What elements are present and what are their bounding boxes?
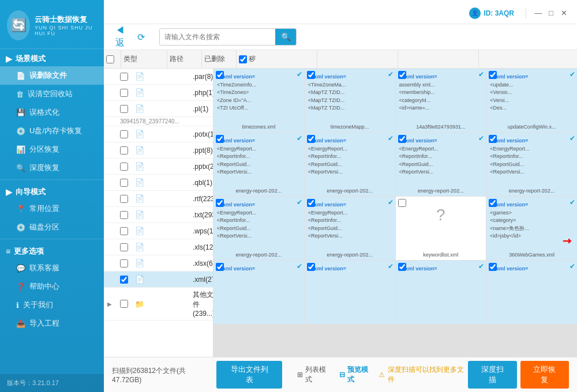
sidebar-item-format[interactable]: 💾 误格式化 xyxy=(0,103,104,122)
type-checkbox[interactable] xyxy=(120,227,128,235)
preview-cell[interactable]: ✔<?xml version=<EnergyReport...<ReportIn… xyxy=(305,133,395,196)
cell-checkbox[interactable] xyxy=(398,199,406,207)
type-item[interactable]: 📄.qbl(1) xyxy=(104,175,213,191)
type-checkbox[interactable] xyxy=(120,146,128,154)
sidebar-item-label-import: 导入工程 xyxy=(29,318,59,329)
cell-checkbox[interactable] xyxy=(307,263,315,271)
type-item[interactable]: 📄.par(8) xyxy=(104,69,213,85)
type-file-icon: 📄 xyxy=(135,227,190,235)
preview-cell[interactable]: ✔<?xml version=<games><category><name>角色… xyxy=(486,197,577,260)
refresh-button[interactable]: ⟳ xyxy=(133,29,149,45)
cell-content-line: <?xml version= xyxy=(399,73,483,81)
cell-checkbox[interactable] xyxy=(398,135,406,143)
cell-checkbox[interactable] xyxy=(489,199,497,207)
sidebar-item-support[interactable]: 💬 联系客服 xyxy=(0,259,104,277)
cell-checkbox[interactable] xyxy=(307,71,315,79)
select-all-checkbox[interactable] xyxy=(106,55,114,63)
cell-checkbox[interactable] xyxy=(307,135,315,143)
th-path-label: 路径 xyxy=(170,54,183,64)
type-item[interactable]: 📄.xlsx(61) xyxy=(104,255,213,272)
preview-cell[interactable]: ✔<?xml version=<TimeZoneInfo...<TimeZone… xyxy=(213,69,304,132)
sidebar-item-about[interactable]: ℹ 关于我们 xyxy=(0,296,104,314)
preview-cell[interactable]: ✔<?xml version=<EnergyReport...<ReportIn… xyxy=(486,133,577,196)
preview-cell[interactable]: ?keywordlist.xml xyxy=(396,197,486,260)
preview-cell[interactable]: ✔<?xml version=<EnergyReport...<ReportIn… xyxy=(213,133,304,196)
type-checkbox[interactable] xyxy=(120,259,128,267)
export-button[interactable]: 导出文件列表 xyxy=(216,361,282,389)
cell-checkbox[interactable] xyxy=(489,263,497,271)
cell-checkbox[interactable] xyxy=(398,263,406,271)
type-item[interactable]: 📄.xls(12) xyxy=(104,239,213,255)
preview-view-button[interactable]: ⊟预览模式 xyxy=(336,363,376,386)
preview-cell[interactable]: ✔<?xml version=<EnergyReport...<ReportIn… xyxy=(396,133,486,196)
recover-button[interactable]: 立即恢复 xyxy=(520,361,569,389)
type-checkbox[interactable] xyxy=(120,300,128,308)
type-item[interactable]: 📄.rtf(223) xyxy=(104,191,213,207)
sidebar-item-partition[interactable]: 📊 分区恢复 xyxy=(0,140,104,159)
sidebar-item-recycle[interactable]: 🗑 误清空回收站 xyxy=(0,85,104,103)
sidebar-item-deleted[interactable]: 📄 误删除文件 xyxy=(0,66,104,85)
cell-checkbox[interactable] xyxy=(216,199,224,207)
type-item[interactable]: 📄.ppt(8) xyxy=(104,142,213,159)
deep-scan-button[interactable]: 深度扫描 xyxy=(468,361,516,389)
type-checkbox[interactable] xyxy=(120,211,128,219)
cell-checkbox[interactable] xyxy=(216,263,224,271)
preview-cell[interactable]: ✔<?xml version= xyxy=(396,261,486,324)
minimize-button[interactable]: — xyxy=(533,8,544,18)
preview-cell[interactable]: ✔<?xml version= xyxy=(213,261,304,324)
back-button[interactable]: ◀ 返 xyxy=(112,29,128,45)
cell-checkbox[interactable] xyxy=(216,71,224,79)
type-checkbox[interactable] xyxy=(120,89,128,97)
sidebar-item-usb[interactable]: 💿 U盘/内存卡恢复 xyxy=(0,122,104,140)
sidebar-item-import[interactable]: 📥 导入工程 xyxy=(0,314,104,333)
type-checkbox[interactable] xyxy=(120,130,128,138)
type-name-label: .php(1) xyxy=(190,89,213,97)
type-checkbox[interactable] xyxy=(120,195,128,203)
sidebar-item-disk[interactable]: 💿 磁盘分区 xyxy=(0,218,104,236)
type-checkbox[interactable] xyxy=(120,243,128,251)
type-checkbox[interactable] xyxy=(120,73,128,81)
type-item[interactable]: 📄.xml(2785) xyxy=(104,272,213,288)
cell-checkbox[interactable] xyxy=(216,135,224,143)
cell-checkbox[interactable] xyxy=(307,199,315,207)
type-name-label: .qbl(1) xyxy=(190,179,213,187)
cell-filename-label: energy-report-202... xyxy=(216,250,302,258)
type-checkbox[interactable] xyxy=(120,163,128,171)
preview-cell[interactable]: ✔<?xml version= xyxy=(486,261,577,324)
type-item[interactable]: 📄.php(1) xyxy=(104,85,213,101)
preview-cell[interactable]: ✔<?xml version=<TimeZoneMa...<MapTZ TZID… xyxy=(305,69,395,132)
preview-cell[interactable]: ✔<?xml version=assembly xml...<membershi… xyxy=(396,69,486,132)
col5-checkbox[interactable] xyxy=(239,55,247,63)
cell-content-line: <ReportVersi... xyxy=(308,168,392,176)
search-input[interactable] xyxy=(160,29,275,45)
type-checkbox[interactable] xyxy=(120,276,128,284)
cell-checkbox[interactable] xyxy=(489,135,497,143)
sidebar-item-deep[interactable]: 🔍 深度恢复 xyxy=(0,159,104,177)
cell-checkbox[interactable] xyxy=(489,71,497,79)
type-item[interactable]: 📄.pptx(242) xyxy=(104,159,213,175)
type-item[interactable]: ▶📁其他文件(239...) xyxy=(104,288,213,321)
file-panel: 📄.par(8)📄.php(1)📄.pl(1)30941578_23977240… xyxy=(104,69,577,357)
cell-checkbox[interactable] xyxy=(398,71,406,79)
sidebar-item-help[interactable]: ❓ 帮助中心 xyxy=(0,277,104,296)
preview-cell[interactable]: ✔<?xml version=<EnergyReport...<ReportIn… xyxy=(213,197,304,260)
cell-content-line: <?xml version= xyxy=(490,137,574,145)
preview-cell[interactable]: ✔<?xml version=<update...<Versio...<Vers… xyxy=(486,69,577,132)
type-item[interactable]: 📄.potx(14) xyxy=(104,126,213,142)
type-checkbox[interactable] xyxy=(120,105,128,113)
search-button[interactable]: 🔍 xyxy=(275,29,296,45)
type-item[interactable]: 📄.pl(1) xyxy=(104,101,213,117)
type-item[interactable]: 📄.wps(16) xyxy=(104,223,213,239)
tip-icon: ⚠ xyxy=(379,371,385,379)
sidebar-item-common[interactable]: 📍 常用位置 xyxy=(0,199,104,218)
close-button[interactable]: ✕ xyxy=(559,8,569,18)
list-view-button[interactable]: ⊞列表模式 xyxy=(294,363,334,386)
sidebar-item-label-format: 误格式化 xyxy=(29,107,59,118)
about-icon: ℹ xyxy=(16,301,19,310)
type-item[interactable]: 📄.txt(293) xyxy=(104,207,213,223)
type-checkbox[interactable] xyxy=(120,179,128,187)
preview-cell[interactable]: ✔<?xml version= xyxy=(305,261,395,324)
maximize-button[interactable]: □ xyxy=(546,8,556,18)
sidebar-item-label-about: 关于我们 xyxy=(23,300,53,310)
preview-cell[interactable]: ✔<?xml version=<EnergyReport...<ReportIn… xyxy=(305,197,395,260)
